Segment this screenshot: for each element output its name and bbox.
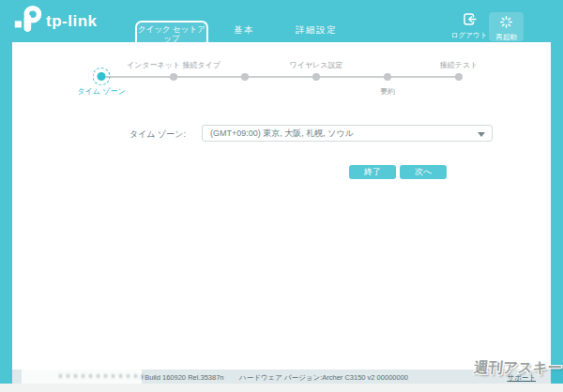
bottom-band [0, 384, 563, 392]
reboot-button[interactable]: 再起動 [489, 12, 524, 41]
blurred-text-marks [59, 374, 144, 378]
step-label-timezone: タイム ゾーン [77, 86, 125, 97]
step-dot [312, 73, 320, 81]
firmware-version-text: 0 Build 160920 Rel.35387n [139, 373, 224, 382]
finish-button[interactable]: 終了 [349, 165, 396, 179]
logout-label: ログアウト [450, 31, 488, 40]
tab-basic-label: 基本 [234, 24, 254, 35]
step-label-connection-test: 接続テスト [440, 60, 479, 70]
watermark-weekly-ascii: 週刊アスキー [473, 358, 563, 378]
tab-quick-setup-label: クイック セットアップ [138, 24, 205, 43]
router-admin-screen: tp-link クイック セットアップ 基本 詳細設定 ログアウト [0, 0, 563, 392]
step-dot [241, 73, 249, 81]
step-dot [384, 73, 391, 81]
step-dot [455, 73, 463, 81]
logout-button[interactable]: ログアウト [450, 12, 488, 40]
step-dot [170, 73, 177, 81]
step-label-wireless-settings: ワイヤレス設定 [290, 60, 343, 70]
step-label-summary: 要約 [380, 86, 395, 97]
timezone-field-label: タイム ゾーン: [68, 128, 186, 141]
logo-text: tp-link [46, 12, 98, 31]
tab-advanced-settings[interactable]: 詳細設定 [287, 23, 345, 38]
tab-advanced-settings-label: 詳細設定 [296, 24, 337, 35]
tp-link-logo[interactable]: tp-link [13, 5, 98, 38]
hardware-version-text: ハードウェア バージョン:Archer C3150 v2 00000000 [239, 373, 408, 383]
timezone-selected-value: (GMT+09:00) 東京, 大阪, 札幌, ソウル [210, 128, 354, 138]
timezone-select[interactable]: (GMT+09:00) 東京, 大阪, 札幌, ソウル [202, 125, 493, 142]
next-button[interactable]: 次へ [400, 165, 447, 179]
tab-quick-setup[interactable]: クイック セットアップ [135, 21, 208, 42]
tp-link-logo-icon [13, 5, 43, 38]
blurred-firmware-region [22, 347, 142, 384]
reboot-spinner-icon [489, 15, 524, 32]
step-dot-active [98, 72, 106, 81]
logout-icon [450, 12, 488, 30]
header: tp-link クイック セットアップ 基本 詳細設定 ログアウト [0, 0, 563, 42]
footer-bar: 0 Build 160920 Rel.35387n ハードウェア バージョン:A… [12, 369, 551, 384]
reboot-label: 再起動 [489, 33, 524, 42]
chevron-down-icon [478, 132, 485, 137]
tab-basic[interactable]: 基本 [220, 23, 268, 38]
content-card: タイム ゾーン インターネット 接続タイプ ワイヤレス設定 要約 接続テスト タ… [12, 42, 551, 384]
step-label-internet-connection-type: インターネット 接続タイプ [127, 60, 221, 70]
stepper-line [101, 76, 459, 78]
